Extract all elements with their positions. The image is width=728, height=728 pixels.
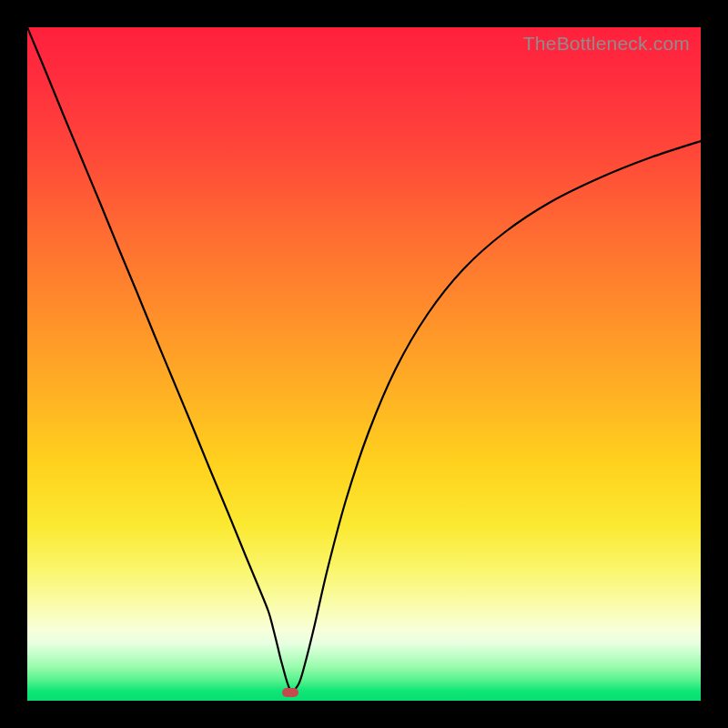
watermark-text: TheBottleneck.com bbox=[523, 33, 690, 55]
minimum-marker bbox=[282, 688, 298, 697]
chart-plot-area: TheBottleneck.com bbox=[27, 27, 701, 701]
bottleneck-curve bbox=[27, 27, 701, 691]
curve-svg bbox=[27, 27, 701, 701]
chart-frame: TheBottleneck.com bbox=[0, 0, 728, 728]
